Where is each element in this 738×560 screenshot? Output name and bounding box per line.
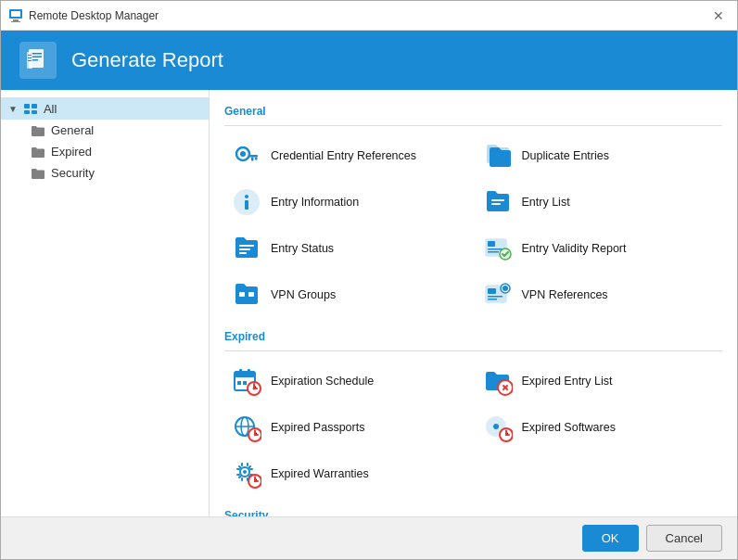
- vpn-ref-icon: [483, 280, 513, 310]
- titlebar: Remote Desktop Manager ✕: [1, 1, 737, 31]
- sidebar-item-expired[interactable]: Expired: [1, 141, 209, 162]
- entry-list-icon: [483, 187, 513, 217]
- globe-clock-icon: [232, 413, 261, 442]
- report-item-entry-list[interactable]: Entry List: [476, 182, 723, 223]
- entry-status-icon: [232, 234, 261, 263]
- svg-rect-26: [239, 245, 254, 247]
- expand-arrow: ▼: [8, 104, 18, 114]
- svg-rect-25: [491, 203, 501, 205]
- titlebar-title: Remote Desktop Manager: [29, 9, 159, 22]
- svg-rect-38: [488, 296, 503, 298]
- sidebar: ▼ All General: [1, 90, 210, 516]
- calendar-clock-icon: [232, 366, 261, 396]
- ok-button[interactable]: OK: [582, 525, 639, 552]
- folder-expired-icon: [31, 146, 45, 159]
- report-item-expired-passports[interactable]: Expired Passports: [224, 407, 472, 448]
- duplicate-icon: [483, 141, 513, 171]
- report-item-entry-validity[interactable]: Entry Validity Report: [476, 228, 723, 269]
- section-label-general: General: [224, 105, 722, 118]
- header-title: Generate Report: [71, 48, 223, 72]
- svg-rect-28: [239, 252, 247, 254]
- report-item-expired-entry-list[interactable]: Expired Entry List: [476, 361, 723, 401]
- vpn-groups-icon: [232, 280, 261, 310]
- main-content: ▼ All General: [1, 90, 737, 516]
- info-icon: [232, 187, 261, 217]
- svg-rect-37: [488, 288, 496, 294]
- report-item-vpn-ref-label: VPN References: [522, 288, 608, 301]
- svg-rect-10: [28, 57, 32, 58]
- svg-rect-44: [239, 369, 242, 374]
- sidebar-item-all-label: All: [44, 102, 57, 116]
- svg-rect-46: [237, 381, 241, 385]
- section-divider-expired: [224, 350, 722, 351]
- report-item-vpn-groups[interactable]: VPN Groups: [224, 274, 472, 315]
- report-item-entry-information[interactable]: Entry Information: [224, 182, 472, 223]
- svg-rect-2: [13, 19, 19, 21]
- report-item-vpn-groups-label: VPN Groups: [271, 288, 336, 301]
- sidebar-item-all[interactable]: ▼ All: [1, 97, 209, 120]
- svg-point-57: [254, 434, 256, 436]
- expired-items-grid: Expiration Schedule Expired Entry List: [224, 361, 722, 494]
- app-icon: [8, 8, 23, 23]
- svg-rect-9: [28, 55, 32, 56]
- svg-rect-18: [248, 155, 258, 158]
- report-item-entry-list-label: Entry List: [522, 196, 570, 209]
- footer: OK Cancel: [1, 516, 737, 559]
- report-item-entry-validity-label: Entry Validity Report: [522, 242, 627, 255]
- report-area[interactable]: General Credentia: [210, 90, 737, 516]
- folder-security-icon: [31, 167, 45, 180]
- svg-point-22: [245, 195, 248, 198]
- report-item-expired-entry-label: Expired Entry List: [522, 375, 613, 388]
- validity-icon: [483, 234, 513, 263]
- svg-rect-14: [24, 110, 30, 114]
- report-item-entry-info-label: Entry Information: [271, 196, 359, 209]
- svg-rect-35: [248, 292, 254, 297]
- svg-rect-43: [235, 372, 255, 377]
- svg-rect-32: [488, 251, 499, 253]
- report-item-duplicate-entries[interactable]: Duplicate Entries: [476, 135, 723, 176]
- header-icon: [19, 42, 57, 79]
- svg-rect-15: [32, 110, 37, 114]
- report-item-entry-status-label: Entry Status: [271, 242, 334, 255]
- report-item-credential-label: Credential Entry References: [271, 149, 416, 162]
- svg-rect-3: [11, 21, 20, 22]
- disk-clock-icon: [483, 413, 513, 442]
- svg-point-41: [503, 286, 508, 291]
- svg-rect-20: [251, 158, 254, 161]
- report-item-expired-warranties-label: Expired Warranties: [271, 467, 369, 480]
- svg-rect-19: [255, 158, 258, 160]
- folder-expired-list-icon: [483, 366, 513, 396]
- section-label-security: Security: [224, 509, 722, 516]
- svg-point-17: [240, 151, 246, 157]
- svg-rect-47: [243, 381, 247, 385]
- report-item-entry-status[interactable]: Entry Status: [224, 228, 472, 269]
- report-item-credential-entry-refs[interactable]: Credential Entry References: [224, 135, 472, 176]
- report-item-expired-softwares[interactable]: Expired Softwares: [476, 407, 723, 448]
- svg-rect-13: [32, 104, 37, 108]
- svg-rect-24: [491, 199, 504, 201]
- key-icon: [232, 141, 261, 171]
- cancel-button[interactable]: Cancel: [646, 525, 722, 552]
- header: Generate Report: [1, 31, 737, 90]
- svg-point-63: [243, 470, 247, 474]
- close-button[interactable]: ✕: [707, 5, 730, 27]
- svg-rect-27: [239, 248, 250, 250]
- svg-point-49: [253, 388, 256, 390]
- svg-point-59: [493, 424, 499, 429]
- svg-rect-11: [28, 60, 32, 61]
- report-item-vpn-references[interactable]: VPN References: [476, 274, 723, 315]
- sidebar-item-general[interactable]: General: [1, 120, 209, 141]
- main-window: Remote Desktop Manager ✕ Generate Report: [0, 0, 738, 560]
- report-item-expired-warranties[interactable]: Expired Warranties: [224, 453, 472, 494]
- folder-icon: [31, 124, 45, 137]
- svg-rect-30: [488, 241, 495, 247]
- svg-rect-23: [245, 200, 248, 210]
- report-item-expiration-schedule-label: Expiration Schedule: [271, 375, 374, 388]
- sidebar-item-security-label: Security: [51, 166, 95, 180]
- sidebar-item-security[interactable]: Security: [1, 162, 209, 184]
- report-item-expiration-schedule[interactable]: Expiration Schedule: [224, 361, 472, 401]
- report-item-duplicate-label: Duplicate Entries: [522, 149, 610, 162]
- gear-clock-icon: [232, 459, 261, 489]
- sidebar-item-general-label: General: [51, 123, 94, 137]
- general-items-grid: Credential Entry References Duplicate En…: [224, 135, 722, 315]
